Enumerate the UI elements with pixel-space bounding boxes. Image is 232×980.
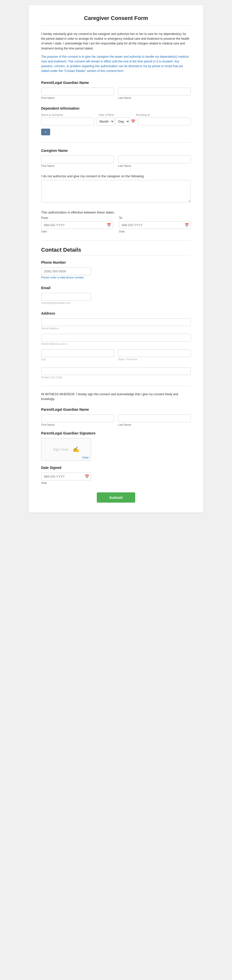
email-section: Email example@example.com [41,286,191,304]
witness-last-name-input[interactable] [118,414,191,422]
city-input[interactable] [41,349,114,357]
postal-label: Postal / Zip Code [41,376,191,379]
divider-2 [41,240,191,241]
parent-first-name-label: First Name [41,96,114,99]
date-signed-label: Date Signed [41,466,191,470]
divider-3 [41,386,191,386]
parent-last-name-input[interactable] [118,88,191,95]
parent-last-name-group: Last Name [118,88,191,99]
witness-first-name-label: First Name [41,423,114,426]
consent-label: I do not authorize and give my consent t… [41,174,191,178]
from-date-label: Date [41,230,47,233]
to-label: To [119,216,191,220]
from-date-group: From 📅 Date [41,216,113,234]
parent-guardian-label: Parent/Legal Guardian Name [41,81,191,84]
caregiver-first-name-group: First Name [41,156,114,167]
city-state-row: City State / Province [41,349,191,363]
date-signed-input[interactable] [41,473,91,480]
parent-last-name-label: Last Name [118,96,191,99]
date-signed-section: Date Signed 📅 Date [41,466,191,485]
postal-input[interactable] [41,367,191,375]
submit-button[interactable]: Submit [97,492,135,503]
city-label: City [41,358,114,361]
signature-section-label: Parent/Legal Guardian Signature [41,431,191,435]
witness-guardian-label: Parent/Legal Guardian Name [41,407,191,412]
signature-icon: ✍ [73,446,79,453]
consent-section: I do not authorize and give my consent t… [41,174,191,204]
postal-group: Postal / Zip Code [41,367,191,379]
phone-section: Phone Number Please enter a valid phone … [41,261,191,279]
authorization-section: This authorization is effective between … [41,210,191,234]
email-label: Email [41,286,191,290]
dependent-row: Month 01020304 05060708 09101112 Day 010… [41,117,191,126]
email-input[interactable] [41,293,91,301]
signature-section: Parent/Legal Guardian Signature Sign Her… [41,431,191,461]
city-group: City [41,349,114,361]
phone-error-text: Please enter a valid phone number. [41,276,191,279]
dates-row: From 📅 Date To 📅 Date [41,216,191,234]
dob-month-select[interactable]: Month 01020304 05060708 09101112 [97,117,114,126]
witness-first-name-group: First Name [41,414,114,426]
caregiver-first-name-input[interactable] [41,156,114,163]
sign-here-text: Sign Here [53,447,68,452]
caregiver-last-name-label: Last Name [118,164,191,167]
divider-1 [41,142,191,143]
caregiver-last-name-input[interactable] [118,156,191,163]
dep-dob-col-label: Date of Birth [99,113,133,116]
dep-name-col-label: Name & Surname [41,113,96,116]
witness-section: IN WITNESS WHEREOF, I hereby sign this c… [41,392,191,485]
street-address-label: Street Address [41,327,191,330]
to-date-wrapper: 📅 [119,221,191,229]
street-address-group: Street Address [41,318,191,330]
phone-label: Phone Number [41,261,191,264]
witness-first-name-input[interactable] [41,414,114,422]
street-address-2-input[interactable] [41,334,191,342]
dependent-name-input[interactable] [41,118,94,125]
from-date-wrapper: 📅 [41,221,113,229]
street-address-input[interactable] [41,318,191,326]
witness-text: IN WITNESS WHEREOF, I hereby sign this c… [41,392,191,401]
authorization-label: This authorization is effective between … [41,210,191,214]
witness-last-name-group: Last Name [118,414,191,426]
dep-residing-col-label: Residing at [136,113,191,116]
dependent-section-label: Dependent Information [41,107,191,110]
dependent-residing-input[interactable] [138,118,191,125]
contact-section-title: Contact Details [41,247,191,255]
dep-col-labels: Name & Surname Date of Birth Residing at [41,113,191,116]
street-address-2-label: Street Address Line 2 [41,342,191,345]
parent-first-name-input[interactable] [41,88,114,95]
to-date-input[interactable] [119,221,191,229]
witness-last-name-label: Last Name [118,423,191,426]
caregiver-label: Caregiver Name [41,149,191,153]
from-date-input[interactable] [41,221,113,229]
calendar-icon: 📅 [131,119,135,123]
caregiver-last-name-group: Last Name [118,156,191,167]
date-signed-bottom-label: Date [41,481,47,484]
clear-signature-button[interactable]: Clear [82,456,89,459]
to-date-group: To 📅 Date [119,216,191,234]
parent-first-name-group: First Name [41,88,114,99]
caregiver-first-name-label: First Name [41,164,114,167]
form-container: Caregiver Consent Form I hereby voluntar… [29,5,203,512]
address-label: Address [41,311,191,315]
address-section: Address Street Address Street Address Li… [41,311,191,379]
signature-inner: Sign Here ✍ [53,446,79,453]
consent-textarea[interactable] [41,180,191,202]
page-title: Caregiver Consent Form [41,15,191,26]
signature-pad[interactable]: Sign Here ✍ Clear [41,438,91,461]
dependent-residing-group [138,118,191,125]
date-signed-wrapper: 📅 [41,473,91,480]
parent-guardian-name-row: First Name Last Name [41,88,191,99]
parent-guardian-section: Parent/Legal Guardian Name First Name La… [41,81,191,99]
witness-guardian-name-row: First Name Last Name [41,414,191,426]
dob-day-select[interactable]: Day 0102030405 [116,117,130,126]
state-input[interactable] [118,349,191,357]
caregiver-name-row: First Name Last Name [41,156,191,167]
intro-paragraph-2: The purpose of this consent is to give t… [41,54,191,74]
phone-input[interactable] [41,267,91,275]
state-group: State / Province [118,349,191,361]
dependent-dob-group: Month 01020304 05060708 09101112 Day 010… [97,117,135,126]
intro-paragraph-1: I hereby voluntarily give my consent to … [41,32,191,51]
street-address-2-group: Street Address Line 2 [41,334,191,345]
add-dependent-button[interactable]: + [41,129,50,135]
